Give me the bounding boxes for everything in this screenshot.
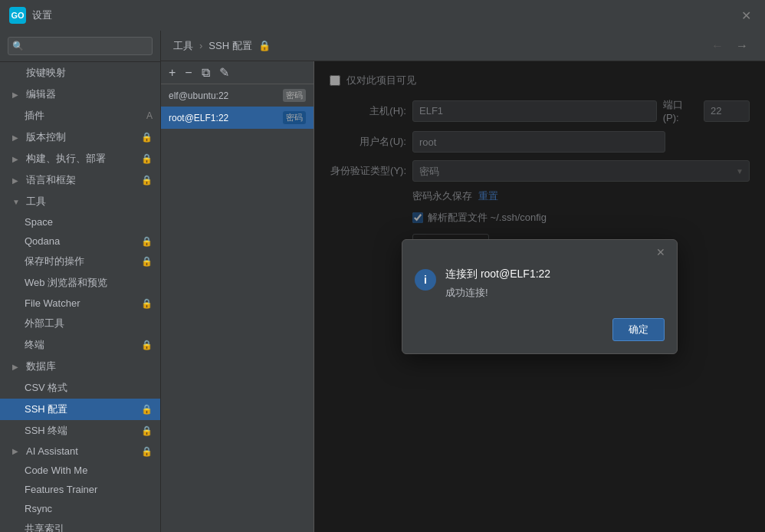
sidebar-item-label: SSH 终端 — [25, 424, 136, 438]
ssh-item-badge: 密码 — [283, 111, 306, 124]
sidebar-item-external-tools[interactable]: 外部工具 — [0, 313, 160, 334]
sidebar-item-features-trainer[interactable]: Features Trainer — [0, 480, 160, 499]
sidebar-item-label: 数据库 — [26, 360, 153, 373]
arrow-icon: ▼ — [12, 198, 21, 206]
sidebar-item-label: Rsync — [25, 503, 153, 514]
modal-overlay: ✕ i 连接到 root@ELF1:22 成功连接! 确定 — [314, 61, 765, 532]
sidebar-item-ssh-terminal[interactable]: SSH 终端 🔒 — [0, 420, 160, 442]
nav-buttons: ← → — [707, 38, 753, 54]
sidebar-item-label: 外部工具 — [25, 317, 153, 330]
sidebar-item-save-actions[interactable]: 保存时的操作 🔒 — [0, 251, 160, 272]
forward-button[interactable]: → — [731, 38, 753, 54]
titlebar-left: GO 设置 — [9, 7, 52, 24]
breadcrumb-separator: › — [199, 40, 202, 51]
sidebar-item-plugins[interactable]: 插件 A — [0, 105, 160, 126]
add-ssh-button[interactable]: + — [166, 65, 179, 80]
sidebar-item-label: Features Trainer — [25, 484, 153, 495]
arrow-icon: ▶ — [12, 176, 21, 185]
sidebar-item-terminal[interactable]: 终端 🔒 — [0, 334, 160, 356]
sidebar-item-shared-index[interactable]: 共享索引 — [0, 518, 160, 532]
sidebar-item-lang[interactable]: ▶ 语言和框架 🔒 — [0, 169, 160, 191]
sidebar-item-label: 按键映射 — [26, 66, 153, 80]
modal-message: 成功连接! — [445, 286, 662, 300]
copy-ssh-button[interactable]: ⧉ — [199, 65, 213, 80]
edit-ssh-button[interactable]: ✎ — [216, 64, 232, 80]
sidebar-item-label: Space — [25, 216, 153, 228]
breadcrumb-current: SSH 配置 — [208, 39, 251, 53]
sidebar-item-keymaps[interactable]: 按键映射 — [0, 62, 160, 84]
titlebar-title: 设置 — [32, 8, 52, 22]
search-input[interactable] — [8, 37, 153, 55]
ssh-item-badge: 密码 — [283, 89, 306, 102]
modal-header: ✕ — [402, 240, 677, 264]
arrow-icon: ▶ — [12, 90, 21, 99]
go-logo: GO — [9, 7, 26, 24]
ssh-item-label: root@ELF1:22 — [169, 113, 228, 123]
sidebar-item-web-browser[interactable]: Web 浏览器和预览 — [0, 272, 160, 294]
modal-close-button[interactable]: ✕ — [652, 245, 669, 260]
ssh-form: 仅对此项目可见 主机(H): 端口(P): 用户名(U): 身份验证类型(Y): — [314, 61, 765, 532]
sidebar-item-label: 构建、执行、部署 — [26, 152, 136, 166]
sidebar-item-code-with-me[interactable]: Code With Me — [0, 461, 160, 480]
arrow-icon: ▶ — [12, 447, 21, 455]
sidebar-item-tools[interactable]: ▼ 工具 — [0, 191, 160, 212]
lock-icon: 🔒 — [141, 175, 153, 186]
sidebar-item-rsync[interactable]: Rsync — [0, 499, 160, 518]
sidebar-item-label: 编辑器 — [26, 87, 153, 101]
sidebar-item-build[interactable]: ▶ 构建、执行、部署 🔒 — [0, 148, 160, 169]
sidebar-item-space[interactable]: Space — [0, 212, 160, 232]
sidebar-item-file-watcher[interactable]: File Watcher 🔒 — [0, 294, 160, 313]
remove-ssh-button[interactable]: − — [182, 65, 195, 80]
ssh-list-item[interactable]: root@ELF1:22 密码 — [161, 107, 314, 129]
search-bar: 🔍 — [0, 31, 160, 62]
sidebar-item-label: 语言和框架 — [26, 173, 136, 187]
breadcrumb-lock-icon: 🔒 — [258, 40, 271, 51]
sidebar-item-label: 保存时的操作 — [25, 255, 136, 268]
sidebar-item-label: Web 浏览器和预览 — [25, 276, 153, 290]
lock-icon: 🔒 — [141, 132, 153, 143]
lock-icon: 🔒 — [141, 236, 153, 247]
titlebar: GO 设置 ✕ — [0, 0, 765, 31]
sidebar-item-label: SSH 配置 — [25, 402, 136, 416]
sidebar-item-qodana[interactable]: Qodana 🔒 — [0, 232, 160, 251]
sidebar-item-databases[interactable]: ▶ 数据库 — [0, 356, 160, 377]
search-wrapper: 🔍 — [8, 37, 153, 55]
lock-icon: 🔒 — [141, 404, 153, 415]
lock-icon: 🔒 — [141, 153, 153, 164]
lock-icon: 🔒 — [141, 340, 153, 350]
translate-icon: A — [146, 110, 153, 121]
sidebar-item-label: File Watcher — [25, 297, 136, 309]
search-icon: 🔍 — [12, 41, 24, 51]
main-layout: 🔍 按键映射 ▶ 编辑器 插件 A ▶ 版本控制 🔒 ▶ 构建、执行、部署 🔒 — [0, 31, 765, 532]
sidebar-item-label: 插件 — [25, 109, 142, 123]
sidebar-item-vcs[interactable]: ▶ 版本控制 🔒 — [0, 126, 160, 148]
ssh-list-item[interactable]: elf@ubuntu:22 密码 — [161, 84, 314, 107]
ssh-item-label: elf@ubuntu:22 — [169, 90, 228, 101]
content-header: 工具 › SSH 配置 🔒 ← → — [161, 31, 765, 61]
sidebar: 🔍 按键映射 ▶ 编辑器 插件 A ▶ 版本控制 🔒 ▶ 构建、执行、部署 🔒 — [0, 31, 161, 532]
arrow-icon: ▶ — [12, 133, 21, 142]
content-area: 工具 › SSH 配置 🔒 ← → + − ⧉ ✎ elf@ubuntu:22 — [161, 31, 765, 532]
sidebar-item-ssh-config[interactable]: SSH 配置 🔒 — [0, 399, 160, 420]
sidebar-item-label: AI Assistant — [26, 445, 136, 457]
sidebar-item-csv[interactable]: CSV 格式 — [0, 377, 160, 399]
sidebar-item-label: Code With Me — [25, 465, 153, 476]
lock-icon: 🔒 — [141, 425, 153, 436]
lock-icon: 🔒 — [141, 298, 153, 309]
arrow-icon: ▶ — [12, 363, 21, 371]
close-button[interactable]: ✕ — [737, 7, 756, 25]
sidebar-item-label: 版本控制 — [26, 130, 136, 144]
modal-ok-button[interactable]: 确定 — [612, 318, 665, 341]
sidebar-item-editor[interactable]: ▶ 编辑器 — [0, 84, 160, 105]
sidebar-item-label: 共享索引 — [25, 522, 153, 532]
ssh-list: + − ⧉ ✎ elf@ubuntu:22 密码 root@ELF1:22 密码 — [161, 61, 314, 532]
sidebar-item-label: 终端 — [25, 338, 136, 352]
sidebar-item-ai-assistant[interactable]: ▶ AI Assistant 🔒 — [0, 442, 160, 461]
ssh-list-toolbar: + − ⧉ ✎ — [161, 61, 314, 84]
ssh-body: + − ⧉ ✎ elf@ubuntu:22 密码 root@ELF1:22 密码 — [161, 61, 765, 532]
connection-modal: ✕ i 连接到 root@ELF1:22 成功连接! 确定 — [402, 239, 678, 354]
lock-icon: 🔒 — [141, 256, 153, 267]
back-button[interactable]: ← — [707, 38, 728, 54]
sidebar-item-label: 工具 — [26, 195, 153, 209]
breadcrumb-parent: 工具 — [173, 39, 193, 53]
